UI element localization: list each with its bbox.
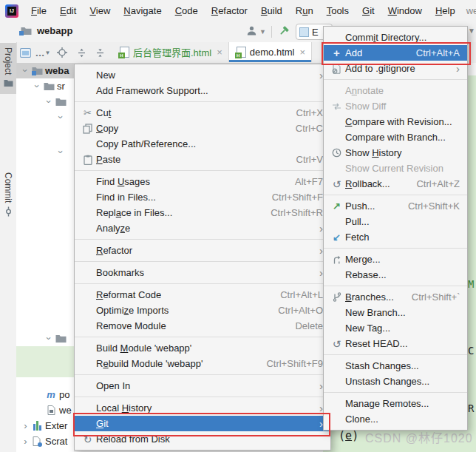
chevron-right-icon[interactable]: › bbox=[21, 420, 30, 431]
tree-item-we[interactable]: we bbox=[16, 402, 74, 418]
chevron-down-icon[interactable]: › bbox=[44, 97, 55, 107]
menu-item-rebuild-module-webapp[interactable]: Rebuild Module 'webapp'Ctrl+Shift+F9 bbox=[75, 356, 330, 371]
tree-item-sr[interactable]: ›sr bbox=[16, 78, 74, 94]
menu-item-cut[interactable]: ✂CutCtrl+X bbox=[75, 105, 330, 121]
tree-item-exter[interactable]: ›Exter bbox=[16, 418, 74, 434]
menubar-window[interactable]: Window bbox=[381, 5, 429, 16]
menu-item-reformat-code[interactable]: Reformat CodeCtrl+Alt+L bbox=[75, 287, 330, 303]
tree-item-weba[interactable]: ›weba bbox=[16, 63, 74, 78]
menu-item-label: Replace in Files... bbox=[96, 207, 190, 218]
menu-item-copy[interactable]: CopyCtrl+C bbox=[75, 121, 330, 136]
menu-item-replace-in-files[interactable]: Replace in Files...Ctrl+Shift+R bbox=[75, 205, 330, 220]
menu-item-add-to-gitignore[interactable]: Add to .gitignore› bbox=[324, 61, 467, 76]
breadcrumb[interactable]: webapp bbox=[19, 25, 72, 36]
chevron-down-icon[interactable]: ▼ bbox=[468, 27, 475, 35]
tab-label: 后台管理界面.html bbox=[133, 45, 211, 59]
menu-item-label: Annotate bbox=[345, 85, 401, 96]
reset-icon: ↺ bbox=[328, 339, 345, 349]
chevron-down-icon[interactable]: › bbox=[32, 81, 43, 91]
menu-item-push[interactable]: ↗Push...Ctrl+Shift+K bbox=[324, 198, 467, 214]
menu-item-manage-remotes[interactable]: Manage Remotes... bbox=[324, 396, 467, 411]
menu-item-refactor[interactable]: Refactor› bbox=[75, 243, 330, 258]
tree-item-folder[interactable]: › bbox=[16, 144, 74, 160]
menu-item-analyze[interactable]: Analyze› bbox=[75, 220, 330, 236]
menu-item-compare-with-revision[interactable]: Compare with Revision... bbox=[324, 114, 467, 129]
menubar-edit[interactable]: Edit bbox=[53, 5, 83, 16]
tree-item-po[interactable]: mpo bbox=[16, 387, 74, 402]
menu-item-reset-head[interactable]: ↺Reset HEAD... bbox=[324, 336, 467, 351]
tree-item-scrat[interactable]: ›Scrat bbox=[16, 434, 74, 449]
menu-item-copy-path-reference[interactable]: Copy Path/Reference... bbox=[75, 136, 330, 152]
tool-window-button-project[interactable]: Project bbox=[0, 43, 16, 94]
menu-item-git[interactable]: Git› bbox=[75, 416, 330, 431]
menu-item-branches[interactable]: Branches...Ctrl+Shift+` bbox=[324, 289, 467, 305]
menu-item-remove-module[interactable]: Remove ModuleDelete bbox=[75, 318, 330, 334]
menu-item-add[interactable]: +AddCtrl+Alt+A bbox=[324, 45, 467, 61]
menu-item-show-history[interactable]: Show History bbox=[324, 145, 467, 161]
project-view-mode-icon[interactable] bbox=[19, 47, 31, 58]
tree-item-folder[interactable]: › bbox=[16, 331, 74, 346]
editor-tabs: H后台管理界面.html×Hdemo.html× bbox=[112, 42, 312, 63]
menubar-file[interactable]: File bbox=[24, 5, 53, 16]
menu-item-reload-from-disk[interactable]: ↻Reload from Disk bbox=[75, 431, 330, 447]
menu-item-local-history[interactable]: Local History› bbox=[75, 400, 330, 416]
menubar-git[interactable]: Git bbox=[356, 5, 381, 16]
tool-window-button-commit[interactable]: Commit bbox=[0, 168, 16, 223]
menubar-code[interactable]: Code bbox=[169, 5, 205, 16]
menu-item-label: Copy Path/Reference... bbox=[96, 138, 214, 149]
folder-icon bbox=[54, 334, 67, 343]
breadcrumb-project-name: webapp bbox=[37, 25, 72, 36]
menubar-build[interactable]: Build bbox=[254, 5, 289, 16]
menubar-help[interactable]: Help bbox=[429, 5, 462, 16]
more-options-icon[interactable]: …▼ bbox=[35, 47, 50, 58]
menu-item-clone[interactable]: Clone... bbox=[324, 411, 467, 427]
menubar-run[interactable]: Run bbox=[289, 5, 320, 16]
menu-item-rollback[interactable]: ↺Rollback...Ctrl+Alt+Z bbox=[324, 176, 467, 192]
menu-item-label: Rollback... bbox=[345, 178, 408, 189]
chevron-down-icon[interactable]: › bbox=[55, 147, 67, 157]
close-tab-icon[interactable]: × bbox=[299, 47, 305, 58]
menubar-view[interactable]: View bbox=[83, 5, 117, 16]
menu-item-unstash-changes[interactable]: Unstash Changes... bbox=[324, 374, 467, 389]
chevron-down-icon[interactable]: › bbox=[44, 334, 55, 343]
git-submenu: Commit Directory...+AddCtrl+Alt+AAdd to … bbox=[323, 26, 468, 431]
build-hammer-icon[interactable] bbox=[278, 25, 290, 37]
menu-item-find-in-files[interactable]: Find in Files...Ctrl+Shift+F bbox=[75, 189, 330, 205]
menu-item-rebase[interactable]: Rebase... bbox=[324, 267, 467, 283]
menu-item-new-tag[interactable]: New Tag... bbox=[324, 320, 467, 336]
menu-separator bbox=[75, 261, 330, 262]
menubar-refactor[interactable]: Refactor bbox=[205, 5, 254, 16]
menu-item-new-branch[interactable]: New Branch... bbox=[324, 305, 467, 320]
locate-file-icon[interactable] bbox=[56, 47, 68, 58]
collapse-all-icon[interactable] bbox=[94, 47, 106, 58]
chevron-down-icon[interactable]: › bbox=[55, 112, 67, 122]
menu-item-fetch[interactable]: ↙Fetch bbox=[324, 229, 467, 245]
menu-item-label: Reload from Disk bbox=[96, 434, 188, 445]
menu-item-add-framework-support[interactable]: Add Framework Support... bbox=[75, 83, 330, 98]
tab-demo-html[interactable]: Hdemo.html× bbox=[228, 42, 312, 62]
menubar-navigate[interactable]: Navigate bbox=[117, 5, 168, 16]
tree-item-folder[interactable]: › bbox=[16, 109, 74, 125]
menu-item-find-usages[interactable]: Find UsagesAlt+F7 bbox=[75, 174, 330, 189]
menu-item-optimize-imports[interactable]: Optimize ImportsCtrl+Alt+O bbox=[75, 303, 330, 318]
menu-item-shortcut: Ctrl+Shift+F bbox=[272, 192, 323, 203]
menu-item-open-in[interactable]: Open In› bbox=[75, 378, 330, 394]
tab-后台管理界面-html[interactable]: H后台管理界面.html× bbox=[112, 42, 228, 62]
chevron-right-icon[interactable]: › bbox=[21, 436, 30, 447]
menubar-tools[interactable]: Tools bbox=[320, 5, 356, 16]
chevron-down-icon[interactable]: › bbox=[20, 66, 31, 75]
expand-all-icon[interactable] bbox=[75, 47, 87, 58]
menu-item-paste[interactable]: PasteCtrl+V bbox=[75, 152, 330, 167]
menu-item-compare-with-branch[interactable]: Compare with Branch... bbox=[324, 129, 467, 145]
menu-item-merge[interactable]: Merge... bbox=[324, 252, 467, 267]
user-menu-button[interactable]: ▼ bbox=[246, 25, 266, 38]
tree-item-folder[interactable]: › bbox=[16, 94, 74, 109]
tree-item-label: sr bbox=[55, 81, 65, 92]
menu-item-build-module-webapp[interactable]: Build Module 'webapp' bbox=[75, 340, 330, 356]
menu-item-bookmarks[interactable]: Bookmarks› bbox=[75, 265, 330, 280]
close-tab-icon[interactable]: × bbox=[217, 47, 222, 58]
menu-item-pull[interactable]: Pull... bbox=[324, 214, 467, 229]
menu-item-stash-changes[interactable]: Stash Changes... bbox=[324, 358, 467, 374]
menu-item-commit-directory[interactable]: Commit Directory... bbox=[324, 30, 467, 45]
menu-item-new[interactable]: New› bbox=[75, 67, 330, 83]
